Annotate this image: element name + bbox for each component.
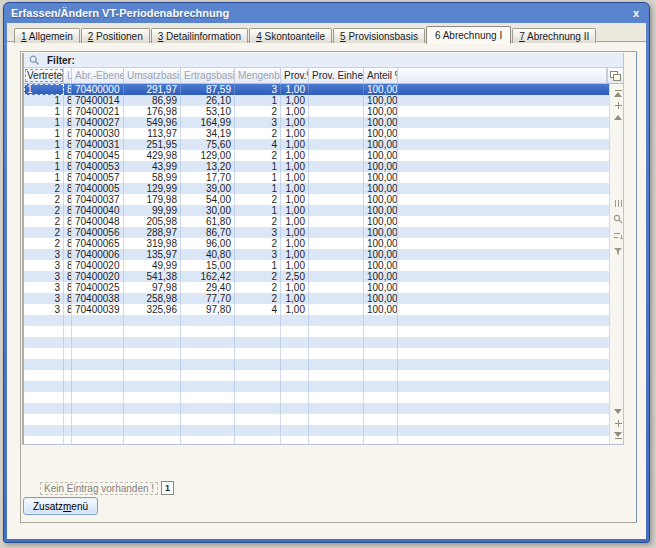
tab-2-positionen[interactable]: 2 Positionen <box>81 28 150 44</box>
table-row[interactable]: 1870400030113,9734,1921,00100,00 <box>24 128 609 139</box>
table-cell: 70400030 <box>72 128 124 139</box>
table-cell: 100,00 <box>364 216 398 227</box>
table-row[interactable]: 3870400006135,9740,8031,00100,00 <box>24 249 609 260</box>
table-cell <box>72 348 124 359</box>
sort-icon[interactable] <box>613 229 623 241</box>
column-header-umsatzbasis-eur[interactable]: Umsatzbasis EUR <box>124 68 181 83</box>
table-cell: 541,38 <box>124 271 181 282</box>
table-row[interactable]: 2870400056288,9786,7031,00100,00 <box>24 227 609 238</box>
column-header-abr-ebene[interactable]: Abr.-Ebene <box>72 68 124 83</box>
table-cell <box>24 337 64 348</box>
zoom-icon[interactable] <box>613 213 623 225</box>
filter-funnel-icon[interactable] <box>613 245 623 257</box>
table-row[interactable]: 2870400037179,9854,0021,00100,00 <box>24 194 609 205</box>
scroll-up-icon[interactable] <box>610 111 623 123</box>
tab-4-skontoanteile[interactable]: 4 Skontoanteile <box>249 28 332 44</box>
zusatzmenu-button[interactable]: Zusatzmenü <box>23 497 98 515</box>
table-cell: 8 <box>64 282 72 293</box>
table-cell-spacer <box>398 227 609 238</box>
column-chooser-icon[interactable] <box>607 68 623 83</box>
table-cell-spacer <box>398 172 609 183</box>
table-row-empty <box>24 337 609 348</box>
table-row[interactable]: 287040004099,9930,0011,00100,00 <box>24 205 609 216</box>
column-header-anteil[interactable]: Anteil % <box>364 68 398 83</box>
column-header-vertreter-nr[interactable]: Vertreter-Nr. <box>24 68 64 83</box>
table-row[interactable]: 1870400027549,96164,9931,00100,00 <box>24 117 609 128</box>
column-header-ertragsbasis-eur[interactable]: Ertragsbasis EUR <box>181 68 235 83</box>
tab-3-detailinformation[interactable]: 3 Detailinformation <box>151 28 248 44</box>
column-header-l[interactable]: L <box>64 68 72 83</box>
table-row[interactable]: 2870400065319,9896,0021,00100,00 <box>24 238 609 249</box>
page-down-icon[interactable] <box>614 418 622 430</box>
table-row[interactable]: 187040005758,9917,7011,00100,00 <box>24 172 609 183</box>
column-header-prov-einheiten[interactable]: Prov. Einheiten <box>309 68 364 83</box>
table-cell: 129,00 <box>181 150 235 161</box>
table-cell <box>124 425 181 436</box>
table-header-row: Vertreter-Nr.LAbr.-EbeneUmsatzbasis EURE… <box>24 68 623 84</box>
table-row[interactable]: 387040002597,9829,4021,00100,00 <box>24 282 609 293</box>
table-cell: 70400021 <box>72 106 124 117</box>
table-cell <box>235 436 281 444</box>
table-row[interactable]: 1870400021176,9853,1021,00100,00 <box>24 106 609 117</box>
table-row[interactable]: 2870400048205,9861,8021,00100,00 <box>24 216 609 227</box>
table-cell: 8 <box>64 271 72 282</box>
table-cell: 8 <box>64 216 72 227</box>
table-cell <box>124 337 181 348</box>
column-header-prov[interactable]: Prov.% <box>281 68 309 83</box>
table-cell: 2 <box>235 271 281 282</box>
columns-icon[interactable] <box>613 197 623 209</box>
table-cell: 1,00 <box>281 304 309 315</box>
table-cell: 15,00 <box>181 260 235 271</box>
table-row[interactable]: 387040002049,9915,0011,00100,00 <box>24 260 609 271</box>
tab-6-abrechnung-i[interactable]: 6 Abrechnung I <box>426 26 511 44</box>
table-cell: 1 <box>235 260 281 271</box>
table-cell-spacer <box>398 315 609 326</box>
table-row[interactable]: 187040005343,9913,2011,00100,00 <box>24 161 609 172</box>
table-cell <box>64 403 72 414</box>
table-cell <box>181 392 235 403</box>
scroll-down-icon[interactable] <box>614 406 622 418</box>
table-cell <box>281 370 309 381</box>
close-icon[interactable]: x <box>631 7 641 19</box>
table-cell: 1,00 <box>281 117 309 128</box>
table-cell <box>24 370 64 381</box>
tab-5-provisionsbasis[interactable]: 5 Provisionsbasis <box>333 28 425 44</box>
table-cell: 77,70 <box>181 293 235 304</box>
table-row[interactable]: 3870400039325,9697,8041,00100,00 <box>24 304 609 315</box>
table-cell: 70400045 <box>72 150 124 161</box>
table-cell: 129,99 <box>124 183 181 194</box>
scroll-to-top-icon[interactable] <box>610 87 623 99</box>
table-row[interactable]: 1870400045429,98129,0021,00100,00 <box>24 150 609 161</box>
table-cell: 1 <box>24 84 64 95</box>
scroll-to-bottom-icon[interactable] <box>614 430 622 442</box>
table-cell: 8 <box>64 139 72 150</box>
table-cell: 100,00 <box>364 282 398 293</box>
table-row[interactable]: 1870400031251,9575,6041,00100,00 <box>24 139 609 150</box>
table-cell-spacer <box>398 271 609 282</box>
table-cell: 2 <box>235 238 281 249</box>
table-cell: 30,00 <box>181 205 235 216</box>
table-cell <box>181 337 235 348</box>
table-row[interactable]: 3870400038258,9877,7021,00100,00 <box>24 293 609 304</box>
table-cell-spacer <box>398 216 609 227</box>
table-cell: 176,98 <box>124 106 181 117</box>
table-cell <box>235 425 281 436</box>
table-row[interactable]: 3870400020541,38162,4222,50100,00 <box>24 271 609 282</box>
page-up-icon[interactable] <box>610 99 623 111</box>
table-cell <box>281 425 309 436</box>
table-cell: 1 <box>24 95 64 106</box>
table-row[interactable]: 1870400000291,9787,5931,00100,00 <box>24 84 609 95</box>
table-cell <box>72 326 124 337</box>
table-cell: 2 <box>24 205 64 216</box>
table-cell: 288,97 <box>124 227 181 238</box>
table-row[interactable]: 2870400005129,9939,0011,00100,00 <box>24 183 609 194</box>
search-icon[interactable] <box>29 55 40 66</box>
tab-1-allgemein[interactable]: 1 Allgemein <box>14 28 80 44</box>
table-cell <box>281 381 309 392</box>
table-row[interactable]: 187040001486,9926,1011,00100,00 <box>24 95 609 106</box>
table-cell: 97,98 <box>124 282 181 293</box>
table-cell <box>64 392 72 403</box>
table-cell: 49,99 <box>124 260 181 271</box>
column-header-mengenbasis[interactable]: Mengenbasis <box>235 68 281 83</box>
tab-7-abrechnung-ii[interactable]: 7 Abrechnung II <box>512 28 596 44</box>
